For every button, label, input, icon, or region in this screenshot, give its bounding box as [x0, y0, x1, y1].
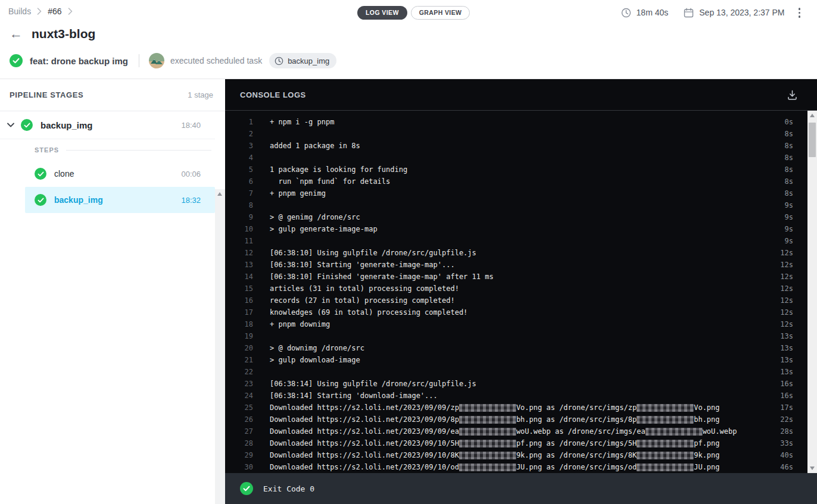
build-meta: 18m 40s Sep 13, 2023, 2:37 PM: [621, 5, 804, 20]
success-check-icon: [21, 119, 33, 131]
log-line-text: > @ genimg /drone/src: [270, 213, 766, 221]
log-line-duration: 9s: [773, 237, 793, 245]
log-line: 7+ pnpm genimg8s: [225, 187, 817, 199]
log-view-button[interactable]: LOG VIEW: [357, 6, 407, 20]
build-duration: 18m 40s: [637, 8, 669, 17]
log-line-number: 10: [240, 225, 253, 233]
stage-name: backup_img: [40, 120, 93, 130]
steps-label-row: STEPS: [0, 139, 215, 161]
console-log-area: 1+ npm i -g pnpm0s28s3added 1 package in…: [225, 111, 817, 473]
pipeline-stages-header: PIPELINE STAGES 1 stage: [0, 79, 225, 111]
calendar-icon: [684, 8, 694, 18]
sidebar-scrollbar[interactable]: [215, 189, 225, 504]
exit-code-text: Exit Code 0: [263, 484, 314, 493]
log-line-text: + pnpm genimg: [270, 189, 766, 198]
log-line: 3added 1 package in 8s8s: [225, 140, 817, 152]
stage-count: 1 stage: [188, 90, 213, 99]
steps-list: clone00:06backup_img18:32: [0, 161, 215, 213]
log-line: 20> @ downimg /drone/src13s: [225, 342, 817, 354]
log-line: 15articles (31 in total) processing comp…: [225, 283, 817, 295]
log-line-text: 1 package is looking for funding: [270, 165, 766, 174]
log-line-text: knowledges (69 in total) processing comp…: [270, 308, 766, 317]
log-line-text: articles (31 in total) processing comple…: [270, 284, 766, 293]
log-line-duration: 9s: [773, 201, 793, 209]
log-line: 119s: [225, 235, 817, 247]
log-line-duration: 22s: [773, 415, 793, 424]
log-line-duration: 16s: [773, 392, 793, 400]
redacted-block: [459, 464, 516, 471]
log-line-duration: 8s: [773, 142, 793, 150]
scroll-up-arrow-icon[interactable]: [217, 192, 222, 196]
log-line-number: 3: [240, 142, 253, 150]
build-date: Sep 13, 2023, 2:37 PM: [699, 8, 784, 17]
step-name: backup_img: [54, 195, 103, 205]
success-check-icon: [10, 54, 23, 67]
log-lines: 1+ npm i -g pnpm0s28s3added 1 package in…: [225, 111, 817, 473]
log-line: 2213s: [225, 366, 817, 378]
log-line-duration: 9s: [773, 225, 793, 233]
scroll-up-arrow-icon[interactable]: [810, 114, 815, 117]
log-line-text: > gulp generate-image-map: [270, 225, 766, 233]
log-line-text: [06:38:14] Using gulpfile /drone/src/gul…: [270, 380, 766, 388]
log-line: 12[06:38:10] Using gulpfile /drone/src/g…: [225, 247, 817, 259]
log-line-duration: 12s: [773, 273, 793, 281]
console-scrollbar[interactable]: [807, 111, 817, 473]
commit-message: feat: drone backup img: [30, 56, 128, 66]
log-line-duration: 16s: [773, 380, 793, 388]
build-header: Builds #66 LOG VIEW GRAPH VIEW 18m 40s S…: [0, 0, 817, 79]
log-line-number: 13: [240, 261, 253, 269]
log-line: 26Downloaded https://s2.loli.net/2023/09…: [225, 414, 817, 425]
scroll-down-arrow-icon[interactable]: [810, 467, 815, 470]
log-line-number: 22: [240, 368, 253, 376]
stage-list: backup_img 18:40 STEPS clone00:06backup_…: [0, 111, 215, 504]
log-line-number: 18: [240, 320, 253, 328]
log-line-number: 6: [240, 177, 253, 186]
breadcrumb-build-number[interactable]: #66: [48, 7, 61, 16]
log-line-duration: 8s: [773, 154, 793, 162]
log-line: 28Downloaded https://s2.loli.net/2023/09…: [225, 437, 817, 449]
title-row: ← nuxt3-blog: [8, 26, 95, 42]
breadcrumb: Builds #66: [8, 7, 73, 16]
log-line-text: Downloaded https://s2.loli.net/2023/09/0…: [270, 415, 766, 424]
breadcrumb-builds-link[interactable]: Builds: [8, 7, 31, 16]
trigger-badge-label: backup_img: [288, 57, 329, 65]
log-line: 10> gulp generate-image-map9s: [225, 223, 817, 235]
log-line-text: Downloaded https://s2.loli.net/2023/09/0…: [270, 403, 766, 412]
stage-row-backup_img[interactable]: backup_img 18:40: [0, 111, 215, 139]
chevron-down-icon[interactable]: [7, 123, 14, 127]
kebab-menu-icon[interactable]: [795, 5, 804, 20]
log-line-duration: 12s: [773, 261, 793, 269]
log-line: 14[06:38:10] Finished 'generate-image-ma…: [225, 271, 817, 283]
log-line: 30Downloaded https://s2.loli.net/2023/09…: [225, 461, 817, 473]
log-line-number: 28: [240, 439, 253, 447]
log-line: 16records (27 in total) processing compl…: [225, 295, 817, 306]
log-line: 24[06:38:14] Starting 'download-image'..…: [225, 390, 817, 402]
log-line: 18+ pnpm downimg12s: [225, 318, 817, 330]
log-line-number: 16: [240, 296, 253, 305]
log-line-number: 12: [240, 249, 253, 257]
steps-divider: [66, 150, 211, 151]
log-line-number: 15: [240, 284, 253, 293]
redacted-block: [646, 428, 703, 436]
download-logs-icon[interactable]: [784, 87, 800, 103]
success-check-icon: [240, 482, 253, 495]
log-line-duration: 28s: [773, 427, 793, 436]
log-line-number: 19: [240, 332, 253, 340]
graph-view-button[interactable]: GRAPH VIEW: [411, 6, 470, 20]
pipeline-sidebar: PIPELINE STAGES 1 stage backup_img 18:40…: [0, 79, 225, 504]
console-panel: CONSOLE LOGS 1+ npm i -g pnpm0s28s3added…: [225, 79, 817, 504]
log-line-duration: 46s: [773, 463, 793, 471]
log-line-number: 14: [240, 273, 253, 281]
sidebar-step-backup_img[interactable]: backup_img18:32: [0, 187, 215, 213]
vertical-divider: [139, 54, 139, 67]
log-line-duration: 8s: [773, 189, 793, 198]
sidebar-step-clone[interactable]: clone00:06: [0, 161, 215, 187]
scrollbar-thumb[interactable]: [809, 123, 816, 157]
log-line-duration: 40s: [773, 451, 793, 459]
page-title: nuxt3-blog: [32, 27, 95, 41]
log-line: 1+ npm i -g pnpm0s: [225, 116, 817, 128]
redacted-block: [637, 440, 694, 447]
back-arrow-icon[interactable]: ←: [8, 26, 24, 42]
log-line: 28s: [225, 128, 817, 140]
log-line-text: > @ downimg /drone/src: [270, 344, 766, 352]
